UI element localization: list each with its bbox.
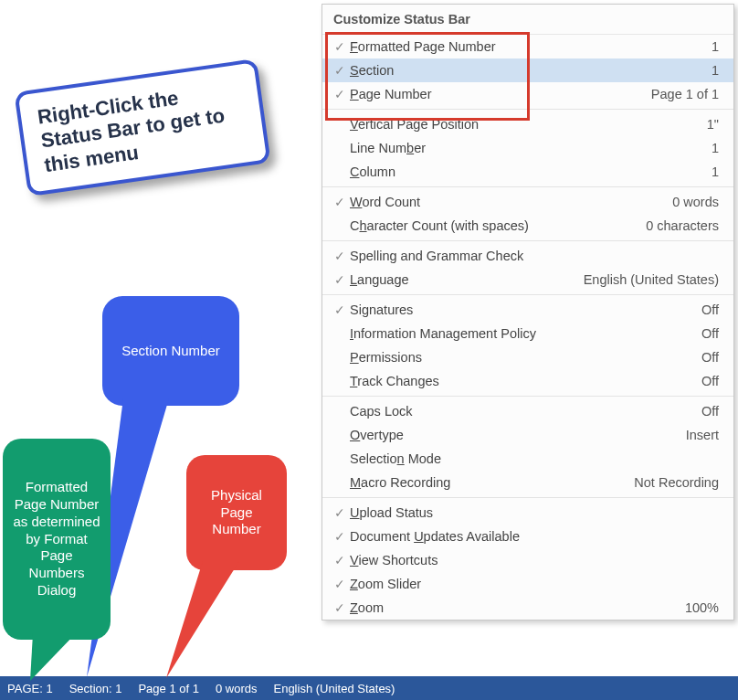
menu-item[interactable]: ✓Spelling and Grammar Check [322,244,733,268]
menu-item[interactable]: ✓View Shortcuts [322,548,733,572]
checkmark-icon: ✓ [330,39,350,54]
menu-item[interactable]: Information Management PolicyOff [322,322,733,345]
menu-item-label: Caps Lock [350,404,687,419]
menu-item[interactable]: ✓Formatted Page Number1 [322,35,733,58]
menu-item-value: Off [701,350,719,365]
menu-item-label: Word Count [350,195,658,209]
menu-item-value: Off [701,302,719,317]
menu-item[interactable]: ✓Zoom Slider [322,572,733,596]
menu-item[interactable]: Column1 [322,160,733,184]
menu-item[interactable]: ✓Word Count0 words [322,190,733,214]
annotation-callout-formatted: Formatted Page Number as determined by F… [3,439,111,640]
menu-item-label: Macro Recording [350,475,619,490]
menu-item-value: 100% [685,600,719,615]
menu-item-label: Page Number [350,87,637,101]
menu-separator [322,396,733,397]
customize-status-bar-menu: Customize Status Bar ✓Formatted Page Num… [322,4,734,620]
menu-item-label: Document Updates Available [350,529,704,544]
menu-item-value: Off [701,404,719,419]
checkmark-icon: ✓ [330,553,350,567]
status-section[interactable]: Section: 1 [69,682,122,695]
checkmark-icon: ✓ [330,195,350,209]
menu-item[interactable]: ✓SignaturesOff [322,298,733,322]
menu-item-label: Vertical Page Position [350,117,692,132]
menu-item-value: 1 [712,63,719,78]
menu-item-label: Track Changes [350,374,687,388]
menu-item[interactable]: Selection Mode [322,447,733,471]
menu-item[interactable]: ✓LanguageEnglish (United States) [322,268,733,292]
menu-item-label: Spelling and Grammar Check [350,249,704,263]
annotation-callout-formatted-text: Formatted Page Number as determined by F… [12,479,101,599]
annotation-callout-section-text: Section Number [121,343,220,360]
checkmark-icon: ✓ [330,87,350,101]
menu-item-value: Insert [686,428,719,442]
menu-item-label: Selection Mode [350,451,704,466]
menu-item-label: Language [350,272,569,287]
menu-item-label: Section [350,63,697,78]
menu-item-label: Information Management Policy [350,326,687,341]
checkmark-icon: ✓ [330,63,350,78]
menu-item-value: 0 words [672,195,719,209]
status-page-of[interactable]: Page 1 of 1 [138,682,199,695]
menu-item[interactable]: Vertical Page Position1" [322,112,733,136]
menu-item[interactable]: OvertypeInsert [322,423,733,447]
menu-item-value: 1 [712,164,719,179]
menu-item-label: View Shortcuts [350,553,704,567]
menu-separator [322,109,733,110]
menu-item[interactable]: PermissionsOff [322,345,733,369]
menu-item-value: Off [701,374,719,388]
menu-item-value: English (United States) [584,272,719,287]
annotation-callout-physical: Physical Page Number [186,455,287,570]
checkmark-icon: ✓ [330,600,350,615]
menu-separator [322,186,733,187]
menu-item-label: Upload Status [350,505,704,520]
menu-item[interactable]: Line Number1 [322,136,733,160]
checkmark-icon: ✓ [330,272,350,287]
menu-item-value: 0 characters [646,218,719,233]
menu-item[interactable]: ✓Zoom100% [322,596,733,620]
checkmark-icon: ✓ [330,529,350,544]
status-page[interactable]: PAGE: 1 [7,682,53,695]
checkmark-icon: ✓ [330,577,350,591]
menu-item-label: Permissions [350,350,687,365]
menu-item-value: 1 [712,39,719,54]
menu-separator [322,497,733,498]
menu-item-label: Line Number [350,141,697,155]
menu-item-value: 1" [707,117,719,132]
menu-separator [322,240,733,241]
menu-separator [322,294,733,295]
menu-item[interactable]: Character Count (with spaces)0 character… [322,214,733,238]
checkmark-icon: ✓ [330,249,350,263]
menu-item-label: Zoom [350,600,670,615]
menu-item-label: Formatted Page Number [350,39,697,54]
checkmark-icon: ✓ [330,302,350,317]
annotation-callout-physical-text: Physical Page Number [195,487,278,538]
menu-item-value: Not Recording [634,475,719,490]
status-words[interactable]: 0 words [216,682,258,695]
menu-item-label: Zoom Slider [350,577,704,591]
checkmark-icon: ✓ [330,505,350,520]
menu-item[interactable]: ✓Document Updates Available [322,525,733,548]
menu-item-value: Page 1 of 1 [651,87,719,101]
menu-item-value: Off [701,326,719,341]
menu-item[interactable]: ✓Section1 [322,58,733,82]
status-language[interactable]: English (United States) [273,682,395,695]
menu-item[interactable]: Track ChangesOff [322,369,733,393]
menu-item[interactable]: ✓Page NumberPage 1 of 1 [322,82,733,106]
menu-item-value: 1 [712,141,719,155]
menu-item-label: Overtype [350,428,671,442]
annotation-callout-section: Section Number [102,296,239,406]
menu-title: Customize Status Bar [322,5,733,35]
menu-item-label: Character Count (with spaces) [350,218,631,233]
menu-item-label: Signatures [350,302,687,317]
menu-item[interactable]: Caps LockOff [322,399,733,423]
status-bar[interactable]: PAGE: 1 Section: 1 Page 1 of 1 0 words E… [0,676,738,700]
menu-item-label: Column [350,164,697,179]
menu-item[interactable]: ✓Upload Status [322,501,733,525]
menu-item[interactable]: Macro RecordingNot Recording [322,471,733,494]
